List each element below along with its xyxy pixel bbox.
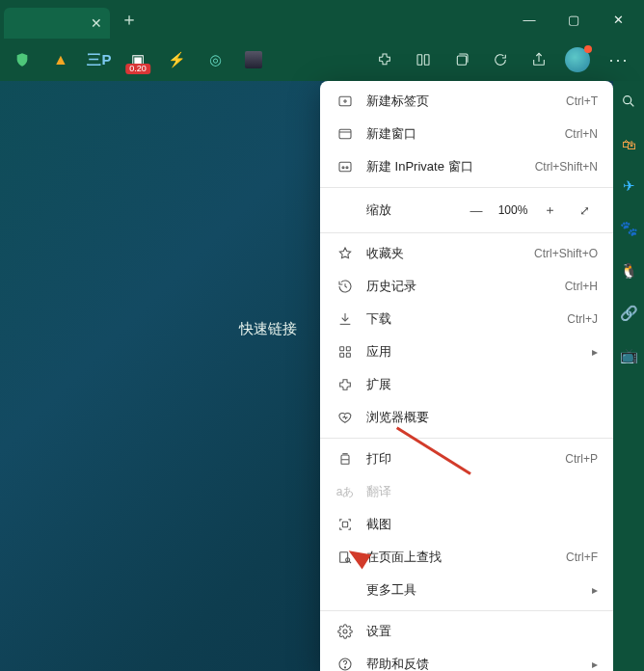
svg-point-19	[624, 96, 631, 104]
refresh-forward-icon[interactable]	[484, 43, 517, 76]
menu-print[interactable]: 打印 Ctrl+P	[320, 443, 613, 475]
toolbar: ▲ 三P ▣0.20 ⚡ ◎ ···	[0, 39, 644, 81]
menu-apps[interactable]: 应用 ▸	[320, 336, 613, 368]
ext-icon-5[interactable]: ◎	[199, 43, 231, 76]
ext-icon-3[interactable]: ▣0.20	[121, 43, 154, 76]
ext-icon-2[interactable]: 三P	[83, 43, 116, 76]
menu-item-label: 新建 InPrivate 窗口	[366, 158, 535, 175]
svg-rect-1	[424, 55, 429, 66]
menu-new-inprivate[interactable]: 新建 InPrivate 窗口 Ctrl+Shift+N	[320, 150, 613, 183]
new-tab-button[interactable]: ＋	[116, 6, 143, 33]
menu-favorites[interactable]: 收藏夹 Ctrl+Shift+O	[320, 237, 613, 270]
menu-new-tab[interactable]: 新建标签页 Ctrl+T	[320, 85, 613, 118]
svg-point-18	[344, 667, 345, 668]
ext-icon-6[interactable]	[237, 43, 270, 76]
menu-shortcut: Ctrl+H	[565, 280, 598, 293]
menu-item-label: 更多工具	[366, 581, 592, 599]
svg-point-16	[343, 630, 347, 633]
sidebar-shopping-icon[interactable]: 🛍	[618, 133, 639, 154]
menu-shortcut: Ctrl+P	[565, 452, 598, 466]
menu-shortcut: Ctrl+Shift+O	[534, 247, 598, 260]
heartbeat-icon	[335, 408, 355, 427]
translate-icon: aあ	[335, 482, 355, 501]
menu-item-label: 缩放	[335, 201, 463, 219]
menu-separator	[320, 610, 613, 611]
blank-icon	[335, 580, 355, 600]
submenu-arrow-icon: ▸	[592, 345, 598, 359]
menu-shortcut: Ctrl+T	[566, 94, 598, 108]
menu-downloads[interactable]: 下载 Ctrl+J	[320, 303, 613, 336]
close-window-button[interactable]: ✕	[596, 0, 640, 39]
svg-point-7	[346, 167, 348, 169]
menu-item-label: 截图	[366, 516, 598, 533]
maximize-button[interactable]: ▢	[551, 0, 596, 39]
svg-point-6	[342, 167, 344, 169]
svg-rect-10	[340, 353, 344, 357]
svg-rect-13	[342, 522, 347, 526]
menu-item-label: 设置	[366, 623, 598, 640]
svg-rect-12	[341, 460, 349, 465]
window-controls: — ▢ ✕	[507, 0, 640, 39]
menu-item-label: 翻译	[366, 483, 598, 500]
ext-badge: 0.20	[125, 64, 150, 74]
gear-icon	[335, 622, 355, 641]
sidebar-penguin-icon[interactable]: 🐧	[618, 260, 639, 282]
fullscreen-button[interactable]: ⤢	[571, 197, 598, 224]
zoom-value: 100%	[490, 203, 536, 217]
menu-item-label: 历史记录	[366, 278, 565, 295]
svg-rect-9	[346, 347, 350, 351]
sidebar-send-icon[interactable]: ✈	[618, 175, 639, 197]
find-icon	[335, 548, 355, 567]
menu-extensions[interactable]: 扩展	[320, 368, 613, 401]
sidebar-paw-icon[interactable]: 🐾	[618, 218, 639, 239]
new-tab-icon	[335, 92, 355, 111]
more-menu-button[interactable]: ···	[600, 50, 638, 70]
print-icon	[335, 449, 355, 469]
menu-screenshot[interactable]: 截图	[320, 508, 613, 541]
sidebar-tv-icon[interactable]: 📺	[618, 345, 639, 366]
menu-item-label: 应用	[366, 343, 592, 361]
browser-tab[interactable]: ✕	[4, 8, 110, 39]
split-screen-icon[interactable]	[407, 43, 440, 76]
profile-avatar[interactable]	[561, 43, 594, 76]
menu-more-tools[interactable]: 更多工具 ▸	[320, 574, 613, 606]
ext-icon-1[interactable]: ▲	[44, 43, 77, 76]
shield-icon[interactable]	[6, 43, 39, 76]
menu-settings[interactable]: 设置	[320, 615, 613, 648]
inprivate-icon	[335, 157, 355, 176]
menu-shortcut: Ctrl+Shift+N	[535, 160, 598, 174]
menu-item-label: 新建标签页	[366, 93, 566, 110]
menu-separator	[320, 187, 613, 188]
minimize-button[interactable]: —	[507, 0, 551, 39]
zoom-in-button[interactable]: ＋	[536, 197, 563, 224]
sidebar-link-icon[interactable]: 🔗	[618, 303, 639, 324]
menu-history[interactable]: 历史记录 Ctrl+H	[320, 270, 613, 303]
menu-shortcut: Ctrl+F	[566, 550, 598, 564]
menu-separator	[320, 438, 613, 439]
menu-help[interactable]: 帮助和反馈 ▸	[320, 648, 613, 671]
collections-icon[interactable]	[445, 43, 478, 76]
ext-icon-4[interactable]: ⚡	[160, 43, 193, 76]
star-icon	[335, 244, 355, 263]
zoom-out-button[interactable]: —	[463, 197, 490, 224]
extensions-icon[interactable]	[368, 43, 401, 76]
apps-icon	[335, 342, 355, 362]
menu-separator	[320, 232, 613, 233]
menu-new-window[interactable]: 新建窗口 Ctrl+N	[320, 118, 613, 150]
menu-browser-essentials[interactable]: 浏览器概要	[320, 401, 613, 434]
history-icon	[335, 277, 355, 296]
menu-item-label: 浏览器概要	[366, 409, 598, 426]
download-icon	[335, 309, 355, 329]
puzzle-icon	[335, 375, 355, 394]
quick-links-label: 快速链接	[239, 320, 297, 338]
share-icon[interactable]	[523, 43, 555, 76]
new-window-icon	[335, 124, 355, 144]
menu-item-label: 收藏夹	[366, 245, 534, 262]
svg-rect-5	[339, 162, 351, 171]
tab-close-icon[interactable]: ✕	[91, 15, 102, 31]
sidebar-search-icon[interactable]	[618, 91, 639, 112]
menu-find[interactable]: 在页面上查找 Ctrl+F	[320, 541, 613, 574]
menu-translate: aあ 翻译	[320, 475, 613, 508]
menu-item-label: 在页面上查找	[366, 549, 566, 566]
menu-shortcut: Ctrl+J	[567, 312, 598, 326]
